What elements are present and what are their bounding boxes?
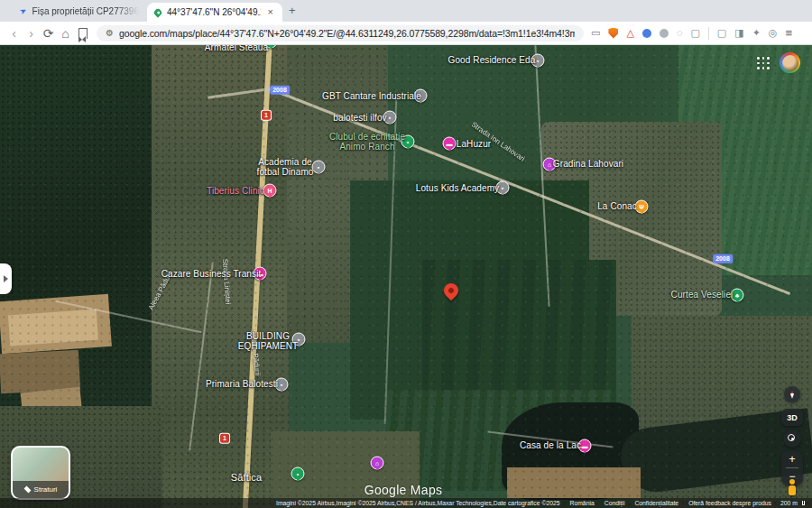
tan-field-2 bbox=[8, 309, 98, 346]
my-location-button[interactable] bbox=[783, 429, 801, 448]
gradina-lahovari-label[interactable]: Gradina Lahovari bbox=[553, 159, 623, 169]
url-text[interactable]: google.com/maps/place/44°37'47.6"N+26°04… bbox=[119, 28, 575, 39]
poi-lake-lodging-marker[interactable]: ⌂ bbox=[371, 457, 384, 470]
primaria-balotesti-label[interactable]: Primaria Balotesti bbox=[206, 379, 278, 389]
lahuzur-marker[interactable]: ▬ bbox=[443, 137, 457, 151]
side-panel-expand-button[interactable] bbox=[0, 263, 12, 294]
reload-icon[interactable]: ⟳ bbox=[40, 27, 57, 40]
new-tab-button[interactable]: + bbox=[289, 4, 296, 18]
tab-crm[interactable]: ➤ Fișa proprietății CP2773969 | CRM bbox=[20, 0, 144, 22]
scale-bar bbox=[802, 501, 805, 505]
tab-strip: ➤ Fișa proprietății CP2773969 | CRM 44°3… bbox=[0, 0, 812, 22]
adblock-shield-icon[interactable] bbox=[608, 28, 618, 39]
compass[interactable] bbox=[784, 386, 800, 402]
google-maps-watermark: Google Maps bbox=[364, 483, 443, 497]
layers-caption: Straturi bbox=[13, 481, 69, 498]
academia-de-fotbal-dinamo-label[interactable]: Academia defotbal Dinamo bbox=[257, 157, 314, 177]
sparkle-icon[interactable]: ✦ bbox=[752, 28, 761, 38]
tab-crm-title: Fișa proprietății CP2773969 | CRM bbox=[32, 6, 139, 16]
browser-toolbar: ‹ › ⟳ ⌂ ⚙ google.com/maps/place/44°37'47… bbox=[0, 22, 812, 45]
attribution-links: RomâniaCondițiiConfidențialitateOferă fe… bbox=[560, 500, 771, 506]
back-icon[interactable]: ‹ bbox=[5, 27, 23, 40]
crm-favicon-icon: ➤ bbox=[20, 5, 28, 16]
layers-control[interactable]: Straturi bbox=[11, 446, 70, 500]
tan-field-bottom bbox=[507, 467, 641, 498]
casa-de-la-lac-label[interactable]: Casa de la Lac bbox=[520, 440, 581, 450]
split-view-icon[interactable]: ▢ bbox=[717, 28, 726, 38]
maps-pin-favicon-icon bbox=[152, 7, 162, 17]
attribution-link-0[interactable]: România bbox=[570, 500, 595, 506]
attribution-bar: Imagini ©2025 Airbus,Imagini ©2025 Airbu… bbox=[0, 498, 812, 508]
road-badge-1-1: 1 bbox=[262, 111, 271, 120]
tiberius-clinic-label[interactable]: Tiberius Clinic bbox=[207, 186, 264, 196]
la-conac-label[interactable]: La Conac bbox=[597, 201, 637, 211]
layers-icon bbox=[23, 486, 31, 494]
menu-icon[interactable]: ≡ bbox=[785, 26, 792, 40]
curtea-veseliei-label[interactable]: Curtea Veseliei bbox=[671, 290, 734, 300]
extension-icon-4[interactable]: ▢ bbox=[690, 28, 699, 38]
toolbar-divider bbox=[708, 27, 709, 40]
building-eqhipament-label[interactable]: BUILDINGEQHIPAMENT bbox=[238, 331, 298, 351]
privacy-shield-icon[interactable]: ◎ bbox=[769, 28, 778, 38]
tab-maps[interactable]: 44°37'47.6"N 26°04'49.2"E - × bbox=[147, 3, 282, 22]
forward-icon[interactable]: › bbox=[23, 27, 40, 40]
sidebar-toggle-icon[interactable]: ◨ bbox=[734, 28, 743, 38]
attribution-link-2[interactable]: Confidențialitate bbox=[634, 500, 678, 506]
road-badge-1-3: 1 bbox=[220, 434, 229, 443]
toolbar-right-icons: ▭ △ ◌ ▢ ▢ ◨ ✦ ◎ ≡ bbox=[591, 26, 801, 40]
balotesti-ilfov-label[interactable]: balotesti ilfov bbox=[333, 113, 386, 123]
zoom-in-button[interactable]: + bbox=[781, 451, 803, 467]
attribution-link-1[interactable]: Condiții bbox=[604, 500, 625, 506]
saftica-label[interactable]: Săftica bbox=[231, 472, 262, 483]
site-settings-icon[interactable]: ⚙ bbox=[106, 29, 114, 38]
attribution-link-3[interactable]: Oferă feedback despre produs bbox=[688, 500, 771, 506]
road-badge-2008-2: 2008 bbox=[713, 254, 733, 263]
lotus-kids-academy-label[interactable]: Lotus Kids Academy bbox=[416, 183, 499, 193]
clubul-de-echitatie-animo-ranch-label[interactable]: Clubul de echitatieAnimo Ranch bbox=[329, 132, 405, 152]
3d-button[interactable]: 3D bbox=[781, 409, 803, 426]
account-avatar[interactable] bbox=[780, 52, 800, 73]
imagery-attribution: Imagini ©2025 Airbus,Imagini ©2025 Airbu… bbox=[276, 500, 560, 506]
map-canvas[interactable]: •Armatei Steaua▪Good Residence Eda▪GBT C… bbox=[0, 45, 812, 508]
cast-icon[interactable]: ▭ bbox=[591, 28, 600, 38]
google-apps-grid-icon[interactable] bbox=[757, 57, 770, 69]
road-badge-2008-0: 2008 bbox=[270, 86, 290, 95]
extension-icon-2[interactable] bbox=[660, 29, 669, 38]
tab-maps-title: 44°37'47.6"N 26°04'49.2"E - bbox=[167, 7, 261, 17]
home-icon[interactable]: ⌂ bbox=[57, 27, 74, 40]
pegman-head bbox=[789, 479, 795, 485]
lahuzur-label[interactable]: LaHuzur bbox=[457, 139, 492, 149]
address-bar[interactable]: ⚙ google.com/maps/place/44°37'47.6"N+26°… bbox=[97, 25, 584, 42]
bookmark-icon[interactable] bbox=[78, 28, 88, 39]
good-residence-eda-label[interactable]: Good Residence Eda bbox=[448, 55, 536, 65]
tiberius-clinic-marker[interactable]: H bbox=[263, 184, 277, 198]
extension-icon-1[interactable] bbox=[642, 29, 651, 38]
academia-de-fotbal-dinamo-marker[interactable]: ▪ bbox=[312, 161, 326, 174]
poi-saftica-green-marker[interactable]: • bbox=[291, 467, 305, 481]
extension-icon-3[interactable]: ◌ bbox=[677, 28, 683, 38]
pegman-body bbox=[789, 485, 796, 495]
layers-label: Straturi bbox=[34, 485, 58, 494]
browser-window: ➤ Fișa proprietății CP2773969 | CRM 44°3… bbox=[0, 0, 812, 508]
armatei-steaua-label[interactable]: Armatei Steaua bbox=[205, 45, 268, 53]
pegman[interactable] bbox=[787, 479, 798, 495]
scale-label: 200 m bbox=[780, 500, 798, 506]
gbt-cantare-industriale-label[interactable]: GBT Cantare Industriale bbox=[322, 91, 421, 101]
warning-triangle-icon[interactable]: △ bbox=[626, 27, 633, 39]
close-tab-icon[interactable]: × bbox=[266, 6, 275, 18]
cazare-business-transit-label[interactable]: Cazare Business Transit bbox=[161, 269, 262, 279]
